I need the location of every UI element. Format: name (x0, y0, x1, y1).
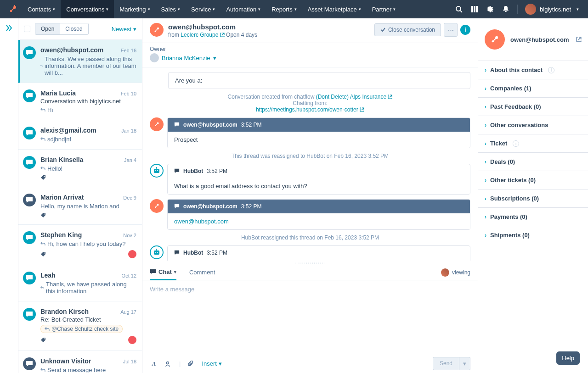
viewing-indicator: viewing (441, 268, 470, 277)
thread-item[interactable]: alexis@gmail.comJan 18 sdjbndjnf (18, 120, 142, 150)
settings-icon[interactable] (486, 5, 494, 13)
message: owen@hubspot.com3:52 PMProspect (150, 117, 470, 148)
message-scroll[interactable]: Are you a: Conversation created from cha… (142, 67, 478, 261)
ticket-icon (40, 337, 46, 343)
nav-item-automation[interactable]: Automation ▾ (220, 0, 266, 18)
comment-tab[interactable]: Comment (189, 265, 215, 279)
close-conversation-button[interactable]: Close conversation (374, 23, 441, 36)
nav-item-partner[interactable]: Partner ▾ (367, 0, 401, 18)
chevron-down-icon: ▾ (148, 7, 150, 11)
nav-item-conversations[interactable]: Conversations ▾ (61, 0, 114, 18)
nav-item-sales[interactable]: Sales ▾ (156, 0, 186, 18)
message: HubBot3:52 PMWhat is a good email addres… (150, 164, 470, 195)
help-button[interactable]: Help (556, 351, 580, 365)
svg-point-24 (157, 170, 158, 171)
hubspot-logo[interactable] (7, 4, 18, 15)
sla-breach-icon (128, 336, 136, 344)
panel-section[interactable]: ›Payments (0) (478, 207, 588, 226)
svg-point-12 (44, 176, 45, 177)
chevron-down-icon: ▾ (133, 26, 136, 33)
message-body: owen@hubspot.com (168, 213, 470, 229)
nav-items: Contacts ▾Conversations ▾Marketing ▾Sale… (22, 0, 401, 18)
select-all-checkbox[interactable] (24, 26, 30, 32)
panel-section-label: Other tickets (0) (490, 177, 536, 184)
account-name: biglytics.net (540, 6, 571, 13)
chevron-right-icon: › (485, 122, 486, 128)
chevron-down-icon: ▾ (53, 7, 55, 11)
thread-item[interactable]: Marion ArrivatDec 9Hello, my name is Mar… (18, 187, 142, 225)
thread-item[interactable]: Stephen KingNov 2 Hi, how can I help you… (18, 225, 142, 265)
message-input[interactable]: Write a message (142, 280, 478, 354)
svg-point-13 (44, 214, 45, 215)
company-link[interactable]: Leclerc Groupe (181, 32, 224, 38)
chatflow-link[interactable]: (Dont Delete) Alps Insurance (316, 94, 393, 100)
send-options-button[interactable]: ▾ (459, 357, 470, 370)
chatting-from-link[interactable]: https://meetings.hubspot.com/owen-cotter (256, 106, 364, 113)
svg-point-14 (44, 253, 45, 254)
attachment-icon[interactable] (187, 361, 195, 367)
notifications-icon[interactable] (502, 5, 510, 13)
nav-divider (517, 5, 518, 14)
thread-item[interactable]: Unknown VisitorJul 18 Send a message her… (18, 351, 142, 373)
svg-line-18 (156, 29, 158, 31)
contact-panel: owen@hubspot.com ›About this contact i›C… (478, 18, 588, 373)
svg-rect-30 (154, 251, 159, 255)
insert-dropdown[interactable]: Insert▾ (202, 360, 222, 367)
system-note: HubBot reassigned this thread on Feb 16,… (150, 234, 470, 241)
text-format-icon[interactable]: A (150, 360, 158, 367)
open-record-icon[interactable] (576, 37, 582, 42)
send-button[interactable]: Send (433, 357, 459, 370)
account-menu[interactable]: biglytics.net ▾ (525, 4, 579, 15)
open-filter-button[interactable]: Open (35, 23, 60, 34)
personalize-icon[interactable] (164, 361, 173, 367)
svg-rect-11 (476, 8, 478, 12)
expand-sidebar-button[interactable] (6, 25, 13, 373)
thread-item[interactable]: LeahOct 12 Thanls, we have passed along … (18, 265, 142, 301)
nav-item-marketing[interactable]: Marketing ▾ (114, 0, 155, 18)
nav-item-asset-marketplace[interactable]: Asset Marketplace ▾ (302, 0, 367, 18)
owner-avatar-icon (150, 53, 159, 62)
more-actions-button[interactable]: ⋯ (444, 23, 458, 37)
panel-section[interactable]: ›Subscriptions (0) (478, 189, 588, 207)
system-note: This thread was reassigned to HubBot on … (150, 153, 470, 159)
thread-item[interactable]: Maria LuciaFeb 10Conversation with bigly… (18, 83, 142, 120)
panel-section[interactable]: ›Shipments (0) (478, 226, 588, 244)
ticket-icon (40, 251, 46, 257)
panel-section[interactable]: ›About this contact i (478, 61, 588, 79)
contact-panel-name[interactable]: owen@hubspot.com (510, 36, 571, 43)
thread-item[interactable]: Brian KinsellaJan 4 Hello! (18, 150, 142, 187)
chat-icon (23, 231, 36, 244)
inbox-list: Open Closed Newest ▾ owen@hubspot.comFeb… (18, 18, 142, 373)
owner-dropdown[interactable]: Brianna McKenzie ▾ (150, 53, 470, 62)
thread-item[interactable]: owen@hubspot.comFeb 16 Thanks. We've pas… (18, 40, 142, 83)
nav-item-contacts[interactable]: Contacts ▾ (22, 0, 61, 18)
nav-item-reports[interactable]: Reports ▾ (266, 0, 302, 18)
sort-label: Newest (112, 26, 131, 33)
open-closed-toggle: Open Closed (35, 23, 89, 35)
panel-section[interactable]: ›Other tickets (0) (478, 171, 588, 189)
svg-line-29 (156, 205, 158, 207)
resize-handle[interactable]: :::::::::::::::: (142, 261, 478, 265)
chevron-right-icon: › (485, 67, 486, 73)
chatflow-note: Conversation created from chatflow (Dont… (150, 94, 470, 113)
info-button[interactable]: i (460, 25, 470, 35)
panel-section[interactable]: ›Other conversations (478, 116, 588, 134)
search-icon[interactable] (455, 5, 463, 13)
closed-filter-button[interactable]: Closed (60, 23, 88, 34)
sort-dropdown[interactable]: Newest ▾ (112, 26, 136, 33)
chat-icon (23, 46, 36, 59)
panel-section[interactable]: ›Past Feedback (0) (478, 97, 588, 116)
chat-tab[interactable]: Chat ▾ (150, 265, 176, 280)
info-icon: i (548, 67, 554, 73)
marketplace-icon[interactable] (470, 5, 479, 13)
chat-icon (23, 127, 36, 139)
svg-point-23 (155, 170, 156, 171)
thread-item[interactable]: Brandon KirschAug 17Re: Bot-Created Tick… (18, 301, 142, 351)
chevron-right-icon: › (485, 195, 486, 202)
nav-item-service[interactable]: Service ▾ (186, 0, 220, 18)
panel-section[interactable]: ›Deals (0) (478, 152, 588, 171)
panel-section[interactable]: ›Companies (1) (478, 79, 588, 97)
chevron-right-icon: › (485, 232, 486, 239)
panel-section[interactable]: ›Ticket i (478, 134, 588, 152)
svg-line-5 (460, 11, 462, 12)
